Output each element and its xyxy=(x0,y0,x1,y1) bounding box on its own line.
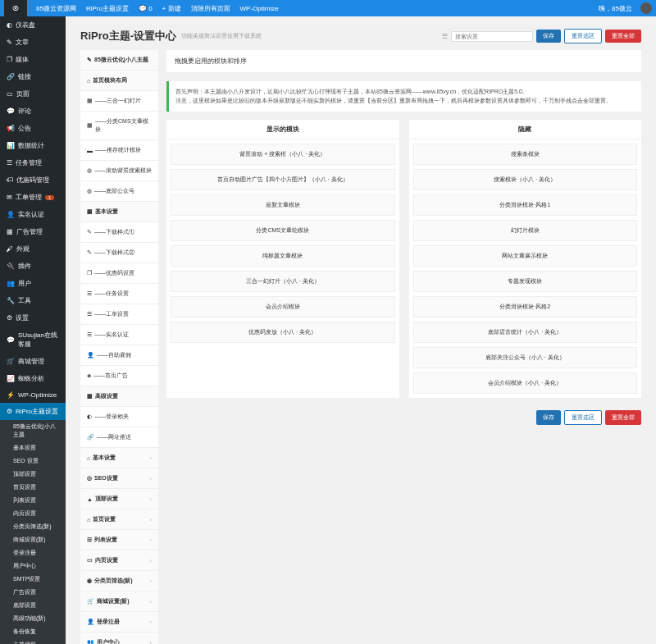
nav-item[interactable]: ▲顶部设置› xyxy=(80,489,158,509)
sidebar-subitem[interactable]: 用户中心 xyxy=(0,560,66,573)
sidebar-item[interactable]: 👤实名认证 xyxy=(0,206,66,223)
sidebar-subitem[interactable]: SMTP设置 xyxy=(0,573,66,586)
nav-item[interactable]: ◍——底部公众号 xyxy=(80,181,158,202)
sidebar-item[interactable]: 🏷优惠码管理 xyxy=(0,171,66,189)
reset-section-button[interactable]: 重置选区 xyxy=(564,29,602,43)
sidebar-item[interactable]: ⚡WP-Optimize xyxy=(0,387,66,403)
sidebar-item[interactable]: ▭页面 xyxy=(0,85,66,103)
nav-item[interactable]: ☰——任务设置 xyxy=(80,284,158,304)
module-item[interactable]: 纯标题文章模块 xyxy=(171,245,395,267)
module-item[interactable]: 底部关注公众号（小八 · 美化） xyxy=(413,347,638,368)
sidebar-item[interactable]: ✉工单管理1 xyxy=(0,189,66,206)
sidebar-subitem[interactable]: 高级功能(新) xyxy=(0,612,66,625)
sidebar-item[interactable]: ⚙设置 xyxy=(0,309,66,327)
nav-item[interactable]: ▭内页设置› xyxy=(80,550,158,571)
nav-item[interactable]: ✎——下载样式② xyxy=(80,243,158,263)
nav-item[interactable]: ⌂首页设置› xyxy=(80,509,158,530)
nav-item[interactable]: ▬——推荐统计模块 xyxy=(80,140,158,161)
sidebar-subitem[interactable]: 广告设置 xyxy=(0,586,66,599)
nav-item[interactable]: ◐——登录相关 xyxy=(80,407,158,427)
nav-item[interactable]: ▦高级设置 xyxy=(80,386,158,407)
sidebar-subitem[interactable]: 顶部设置 xyxy=(0,468,66,481)
sidebar-item[interactable]: 👥用户 xyxy=(0,275,66,292)
save-button-footer[interactable]: 保存 xyxy=(536,410,561,425)
wp-logo-icon[interactable]: ⦿ xyxy=(4,0,27,16)
sidebar-item[interactable]: 🖌外观 xyxy=(0,240,66,258)
nav-item[interactable]: ▦——分类CMS文章模块 xyxy=(80,112,158,140)
sidebar-subitem[interactable]: 登录注册 xyxy=(0,546,66,560)
module-item[interactable]: 网站文章展示模块 xyxy=(413,245,638,267)
topbar-clear[interactable]: 清除所有页面 xyxy=(191,4,230,13)
module-item[interactable]: 首页自动图片广告【四个小方图片】（小八 · 美化） xyxy=(171,169,395,190)
nav-item[interactable]: ◎SEO设置› xyxy=(80,468,158,489)
sidebar-item[interactable]: ◐仪表盘 xyxy=(0,16,66,34)
nav-item[interactable]: ✎——下载样式① xyxy=(80,222,158,243)
reset-all-button[interactable]: 重置全部 xyxy=(605,30,641,43)
nav-item[interactable]: ⌂首页模块布局 xyxy=(80,71,158,91)
sidebar-item[interactable]: ✎文章 xyxy=(0,34,66,51)
module-item[interactable]: 专题发现模块 xyxy=(413,271,638,292)
search-input[interactable] xyxy=(451,31,533,42)
save-button[interactable]: 保存 xyxy=(536,30,561,43)
sidebar-item[interactable]: 🛒商城管理 xyxy=(0,353,66,370)
module-item[interactable]: 搜索条模块 xyxy=(413,144,638,165)
module-item[interactable]: 会员介绍模块 xyxy=(171,296,395,317)
reset-section-button-footer[interactable]: 重置选区 xyxy=(564,410,602,425)
nav-item[interactable]: ⌂基本设置› xyxy=(80,448,158,468)
nav-item[interactable]: 👤登录注册› xyxy=(80,612,158,633)
module-item[interactable]: 幻灯片模块 xyxy=(413,220,638,241)
sidebar-item[interactable]: ▦广告管理 xyxy=(0,223,66,240)
topbar-new[interactable]: + 新建 xyxy=(162,4,181,13)
sidebar-item[interactable]: 🔗链接 xyxy=(0,68,66,85)
sidebar-item[interactable]: 📊数据统计 xyxy=(0,137,66,154)
nav-item[interactable]: 👥用户中心› xyxy=(80,633,158,644)
nav-item[interactable]: 👤——自助雇佣 xyxy=(80,345,158,366)
sidebar-item[interactable]: ⚙RiPro主题设置 xyxy=(0,403,66,420)
avatar-icon[interactable] xyxy=(640,2,652,14)
nav-item[interactable]: ▦基本设置 xyxy=(80,202,158,222)
nav-item[interactable]: ▦——三合一幻灯片 xyxy=(80,91,158,112)
topbar-theme[interactable]: RiPro主题设置 xyxy=(86,4,129,13)
nav-item[interactable]: ◈——首页广告 xyxy=(80,366,158,386)
module-item[interactable]: 底部店音统计（小八 · 美化） xyxy=(413,322,638,343)
nav-item[interactable]: ☰列表设置› xyxy=(80,530,158,550)
sidebar-item[interactable]: ☰任务管理 xyxy=(0,154,66,171)
sidebar-item[interactable]: 💬评论 xyxy=(0,103,66,120)
sidebar-subitem[interactable]: 基本设置 xyxy=(0,441,66,454)
sidebar-item[interactable]: 📈蜘蛛分析 xyxy=(0,370,66,387)
module-item[interactable]: 会员介绍模块（小八 · 美化） xyxy=(413,372,638,394)
sidebar-subitem[interactable]: 备份恢复 xyxy=(0,625,66,638)
sidebar-item[interactable]: 🔧工具 xyxy=(0,292,66,309)
nav-item[interactable]: ✎85微云优化|小八主题 xyxy=(80,50,158,71)
module-item[interactable]: 优惠码发放（小八 · 美化） xyxy=(171,322,395,343)
sidebar-subitem[interactable]: 主题授权 xyxy=(0,638,66,644)
nav-item[interactable]: ☰——实名认证 xyxy=(80,325,158,345)
sidebar-item[interactable]: 💬SUsujian在线客服 xyxy=(0,327,66,353)
sidebar-subitem[interactable]: 内页设置 xyxy=(0,507,66,520)
sidebar-subitem[interactable]: 商城设置(新) xyxy=(0,533,66,546)
sidebar-item[interactable]: 📢公告 xyxy=(0,120,66,137)
module-item[interactable]: 分类CMS文章轮模块 xyxy=(171,220,395,241)
topbar-greeting[interactable]: 嗨，85微云 xyxy=(599,4,632,13)
nav-item[interactable]: 🛒商城设置(新)› xyxy=(80,591,158,612)
sidebar-subitem[interactable]: 85微云优化|小八主题 xyxy=(0,420,66,441)
sidebar-subitem[interactable]: SEO 设置 xyxy=(0,454,66,468)
nav-item[interactable]: ◉分类页筛选(新)› xyxy=(80,571,158,591)
module-item[interactable]: 搜索模块（小八 · 美化） xyxy=(413,169,638,190)
module-item[interactable]: 背景滚动 + 搜索框（小八 · 美化） xyxy=(171,144,395,165)
topbar-comments[interactable]: 💬 0 xyxy=(139,5,153,12)
sidebar-item[interactable]: ❐媒体 xyxy=(0,51,66,68)
topbar-site[interactable]: 85微云资源网 xyxy=(36,4,76,13)
module-item[interactable]: 三合一幻灯片（小八 · 美化） xyxy=(171,271,395,292)
sidebar-subitem[interactable]: 首页设置 xyxy=(0,481,66,494)
topbar-wpopt[interactable]: WP-Optimize xyxy=(240,5,279,12)
module-item[interactable]: 分类滑块模块·风格1 xyxy=(413,194,638,216)
nav-item[interactable]: ❐——优惠码设置 xyxy=(80,263,158,284)
sidebar-item[interactable]: 🔌插件 xyxy=(0,258,66,275)
nav-item[interactable]: 🔗——网址推送 xyxy=(80,427,158,448)
reset-all-button-footer[interactable]: 重置全部 xyxy=(605,410,641,425)
nav-item[interactable]: ◍——滚动背景搜索模块 xyxy=(80,161,158,181)
sidebar-subitem[interactable]: 底部设置 xyxy=(0,599,66,612)
sidebar-subitem[interactable]: 列表设置 xyxy=(0,494,66,507)
module-item[interactable]: 分类滑块模块·风格2 xyxy=(413,296,638,317)
